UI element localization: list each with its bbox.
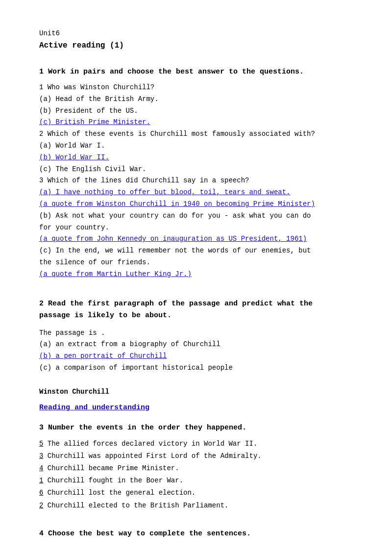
q1-line-16[interactable]: (a quote from Martin Luther King Jr.) (39, 269, 353, 280)
q4-heading: 4 Choose the best way to complete the se… (39, 530, 353, 538)
q1-line-12: for your country. (39, 222, 353, 234)
q1-line-15: the silence of our friends. (39, 257, 353, 269)
q2-heading-line1: 2 Read the first paragraph of the passag… (39, 300, 313, 308)
unit-label: Unit6 (39, 29, 353, 37)
q1-line-2: (b) President of the US. (39, 105, 353, 117)
q2-line-2[interactable]: (b) a pen portrait of Churchill (39, 351, 353, 362)
q1-line-3[interactable]: (c) British Prime Minister. (39, 117, 353, 128)
q1-line-13[interactable]: (a quote from John Kennedy on inaugurati… (39, 233, 353, 245)
q3-item-5: 2 Churchill elected to the British Parli… (39, 500, 353, 512)
q3-text-1: Churchill was appointed First Lord of th… (43, 452, 261, 460)
q1-line-4: 2 Which of these events is Churchill mos… (39, 128, 353, 140)
q1-line-11: (b) Ask not what your country can do for… (39, 210, 353, 222)
winston-name: Winston Churchill (39, 388, 353, 396)
q1-line-8: 3 Which of the lines did Churchill say i… (39, 175, 353, 187)
q1-line-6[interactable]: (b) World War II. (39, 152, 353, 164)
q3-text-3: Churchill fought in the Boer War. (43, 477, 183, 484)
reading-understanding-link[interactable]: Reading and understanding (39, 404, 149, 412)
q3-item-1: 3 Churchill was appointed First Lord of … (39, 450, 353, 462)
q3-text-0: The allied forces declared victory in Wo… (43, 440, 257, 448)
q3-heading: 3 Number the events in the order they ha… (39, 424, 353, 432)
q1-line-5: (a) World War I. (39, 140, 353, 152)
q1-line-1: (a) Head of the British Army. (39, 94, 353, 105)
q2-line-0: The passage is . (39, 328, 353, 339)
q3-text-2: Churchill became Prime Minister. (43, 464, 179, 472)
q1-content: 1 Who was Winston Churchill? (a) Head of… (39, 82, 353, 280)
q1-line-14: (c) In the end, we will remember not the… (39, 245, 353, 257)
q3-item-2: 4 Churchill became Prime Minister. (39, 462, 353, 475)
q2-line-1: (a) an extract from a biography of Churc… (39, 339, 353, 351)
q3-item-3: 1 Churchill fought in the Boer War. (39, 475, 353, 487)
section-title: Active reading (1) (39, 41, 353, 50)
q1-line-7: (c) The English Civil War. (39, 164, 353, 176)
q1-line-9[interactable]: (a) I have nothing to offer but blood, t… (39, 187, 353, 199)
q3-text-5: Churchill elected to the British Parliam… (43, 502, 228, 509)
q3-item-4: 6 Churchill lost the general election. (39, 487, 353, 499)
q2-heading-line2: passage is likely to be about. (39, 311, 172, 320)
q2-line-3: (c) a comparison of important historical… (39, 362, 353, 374)
q3-item-0: 5 The allied forces declared victory in … (39, 438, 353, 450)
q3-content: 5 The allied forces declared victory in … (39, 438, 353, 512)
q1-heading: 1 Work in pairs and choose the best answ… (39, 68, 353, 76)
q1-line-0: 1 Who was Winston Churchill? (39, 82, 353, 94)
q1-line-10[interactable]: (a quote from Winston Churchill in 1940 … (39, 199, 353, 210)
q2-content: The passage is . (a) an extract from a b… (39, 328, 353, 374)
q2-heading: 2 Read the first paragraph of the passag… (39, 298, 353, 322)
q3-text-4: Churchill lost the general election. (43, 489, 196, 497)
